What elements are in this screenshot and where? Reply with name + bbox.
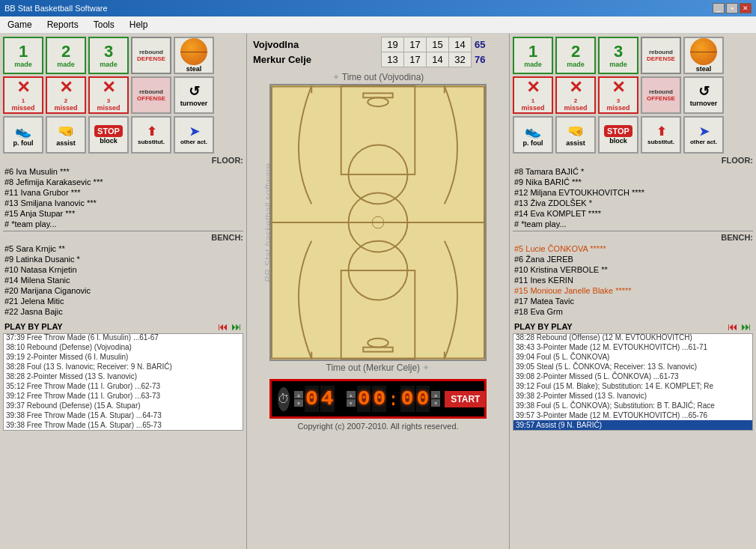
right-assist-button[interactable]: 🤜 assist <box>555 116 596 154</box>
left-pbp-list[interactable]: 37:14 Free Throw Made (13 S. Ivanovic) .… <box>3 333 243 431</box>
left-substitution-button[interactable]: ⬆ substitut. <box>131 116 171 154</box>
right-made-2-button[interactable]: 2 made <box>555 37 596 74</box>
left-pbp-item[interactable]: 35:12 Free Throw Made (11 I. Grubor) ...… <box>4 381 243 391</box>
left-turnover-button[interactable]: ↺ turnover <box>174 76 214 114</box>
right-missed-2-button[interactable]: ✕ 2 missed <box>555 76 596 114</box>
right-floor-player[interactable]: #9 Nika BARIĆ *** <box>513 177 753 187</box>
right-pbp-item[interactable]: 39:12 Foul (15 M. Blake); Substitution: … <box>513 381 752 391</box>
right-pbp-item[interactable]: 39:57 3-Pointer Made (12 M. EVTOUKHOVITC… <box>513 410 752 420</box>
quarter-down-button[interactable]: ▼ <box>294 399 303 407</box>
menu-game[interactable]: Game <box>3 18 37 31</box>
left-missed-3-button[interactable]: ✕ 3 missed <box>88 76 129 114</box>
menu-help[interactable]: Help <box>125 18 153 31</box>
start-button[interactable]: START <box>445 391 486 407</box>
left-pbp-item[interactable]: 38:28 2-Pointer Missed (13 S. Ivanovic) <box>4 371 243 381</box>
right-missed-3-button[interactable]: ✕ 3 missed <box>598 76 638 114</box>
left-block-button[interactable]: STOP block <box>88 116 129 154</box>
time-down-1-button[interactable]: ▼ <box>347 399 356 407</box>
right-bench-player[interactable]: #18 Eva Grm <box>513 306 753 317</box>
right-other-action-button[interactable]: ➤ other act. <box>683 116 724 154</box>
right-bench-player[interactable]: #5 Lucie ČONKOVA ***** <box>513 243 753 254</box>
time-down-2-button[interactable]: ▼ <box>431 399 440 407</box>
right-steal-button[interactable]: steal <box>683 37 724 74</box>
time-up-2-button[interactable]: ▲ <box>431 391 440 398</box>
left-pbp-item[interactable]: 37:39 Free Throw Made (6 I. Musulin) ...… <box>4 333 243 342</box>
left-rebound-off-button[interactable]: rebound OFFENSE <box>131 76 171 114</box>
title-bar-title: BB Stat Basketball Software <box>4 4 108 13</box>
left-floor-player[interactable]: #8 Jefimija Karakasevic *** <box>3 177 243 187</box>
right-pbp-item[interactable]: 39:05 Steal (5 L. ČONKOVA; Receiver: 13 … <box>513 362 752 371</box>
maximize-button[interactable]: ▪ <box>726 3 738 13</box>
right-turnover-button[interactable]: ↺ turnover <box>683 76 724 114</box>
left-pbp-icon-1[interactable]: ⏮ <box>218 321 228 333</box>
right-missed-1-button[interactable]: ✕ 1 missed <box>513 76 553 114</box>
left-made-1-button[interactable]: 1 made <box>3 37 43 74</box>
right-pbp-item[interactable]: 39:38 2-Pointer Missed (13 S. Ivanovic) <box>513 391 752 401</box>
menu-bar: Game Reports Tools Help <box>0 16 756 34</box>
right-pbp-icon-2[interactable]: ⏭ <box>741 321 752 333</box>
right-pbp-item[interactable]: 39:38 Foul (5 L. ČONKOVA); Substitution:… <box>513 401 752 410</box>
right-pbp-item[interactable]: 39:08 2-Pointer Missed (5 L. ČONKOVA) ..… <box>513 371 752 381</box>
left-bench-player[interactable]: #5 Sara Krnjic ** <box>3 243 243 254</box>
right-rebound-off-button[interactable]: rebound OFFENSE <box>641 76 681 114</box>
right-floor-player[interactable]: #13 Živa ZDOLŠEK * <box>513 198 753 208</box>
right-pbp-icon-1[interactable]: ⏮ <box>728 321 738 333</box>
left-pbp-item[interactable]: 39:37 Rebound (Defense) (15 A. Stupar) <box>4 401 243 410</box>
left-floor-player[interactable]: #13 Smiljana Ivanovic *** <box>3 198 243 208</box>
right-block-button[interactable]: STOP block <box>598 116 638 154</box>
left-missed-2-button[interactable]: ✕ 2 missed <box>46 76 86 114</box>
left-rebound-def-button[interactable]: rebound DEFENSE <box>131 37 171 74</box>
left-pbp-item[interactable]: 39:19 2-Pointer Missed (6 I. Musulin) <box>4 352 243 362</box>
left-made-2-button[interactable]: 2 made <box>46 37 86 74</box>
left-pbp-icon-2[interactable]: ⏭ <box>231 321 242 333</box>
quarter-up-button[interactable]: ▲ <box>294 391 303 398</box>
right-substitution-button[interactable]: ⬆ substitut. <box>641 116 681 154</box>
right-bench-player[interactable]: #10 Kristina VERBOLE ** <box>513 264 753 275</box>
right-floor-player[interactable]: # *team play... <box>513 219 753 229</box>
left-other-action-button[interactable]: ➤ other act. <box>174 116 214 154</box>
minimize-button[interactable]: _ <box>713 3 725 13</box>
left-bench-player[interactable]: #10 Natasa Krnjetin <box>3 264 243 275</box>
right-pbp-item[interactable]: 38:28 Rebound (Offense) (12 M. EVTOUKHOV… <box>513 333 752 342</box>
left-floor-player[interactable]: #6 Iva Musulin *** <box>3 166 243 177</box>
right-floor-player[interactable]: #12 Miljana EVTOUKHOVITCH **** <box>513 187 753 198</box>
right-pbp-item[interactable]: 38:43 3-Pointer Made (12 M. EVTOUKHOVITC… <box>513 342 752 352</box>
left-pbp-item[interactable]: 38:10 Rebound (Defense) (Vojvodina) <box>4 342 243 352</box>
right-rebound-def-button[interactable]: rebound DEFENSE <box>641 37 681 74</box>
left-bench-player[interactable]: #14 Milena Stanic <box>3 275 243 285</box>
left-missed-1-button[interactable]: ✕ 1 missed <box>3 76 43 114</box>
right-floor-player[interactable]: #8 Tamara BAJIĆ * <box>513 166 753 177</box>
left-bench-player[interactable]: #20 Marijana Ciganovic <box>3 285 243 296</box>
left-pbp-item[interactable]: 39:38 Free Throw Made (15 A. Stupar) ...… <box>4 420 243 430</box>
team1-q4: 14 <box>448 37 471 52</box>
right-made-3-button[interactable]: 3 made <box>598 37 638 74</box>
left-floor-player[interactable]: # *team play... <box>3 219 243 229</box>
left-bench-player[interactable]: #9 Latinka Dusanic * <box>3 254 243 264</box>
menu-tools[interactable]: Tools <box>89 18 119 31</box>
right-floor-player[interactable]: #14 Eva KOMPLET **** <box>513 208 753 219</box>
left-pbp-item[interactable]: 39:38 Free Throw Made (15 A. Stupar) ...… <box>4 410 243 420</box>
left-floor-player[interactable]: #11 Ivana Grubor *** <box>3 187 243 198</box>
right-pbp-item[interactable]: 39:04 Foul (5 L. ČONKOVA) <box>513 352 752 362</box>
right-pbp-item[interactable]: 39:57 Assist (9 N. BARIĆ) <box>513 420 752 430</box>
left-steal-button[interactable]: steal <box>174 37 214 74</box>
right-action-row-1: 1 made 2 made 3 made rebound DEFENSE ste… <box>513 37 753 74</box>
left-pfoul-button[interactable]: 👟 p. foul <box>3 116 43 154</box>
left-pbp-item[interactable]: 39:12 Free Throw Made (11 I. Grubor) ...… <box>4 391 243 401</box>
right-bench-player[interactable]: #6 Žana JEREB <box>513 254 753 264</box>
left-bench-player[interactable]: #21 Jelena Mitic <box>3 296 243 306</box>
left-assist-button[interactable]: 🤜 assist <box>46 116 86 154</box>
left-floor-player[interactable]: #15 Anja Stupar *** <box>3 208 243 219</box>
left-bench-player[interactable]: #22 Jasna Bajic <box>3 306 243 317</box>
right-bench-player[interactable]: #15 Monioue Janelle Blake ***** <box>513 285 753 296</box>
close-button[interactable]: ✕ <box>740 3 752 13</box>
left-made-3-button[interactable]: 3 made <box>88 37 129 74</box>
right-made-1-button[interactable]: 1 made <box>513 37 553 74</box>
right-bench-player[interactable]: #17 Matea Tavic <box>513 296 753 306</box>
time-up-1-button[interactable]: ▲ <box>347 391 356 398</box>
right-pfoul-button[interactable]: 👟 p. foul <box>513 116 553 154</box>
right-pbp-list[interactable]: 38:28 Free Throw Made (9 N. BARIĆ) ...61… <box>513 333 753 431</box>
menu-reports[interactable]: Reports <box>43 18 83 31</box>
left-pbp-item[interactable]: 38:28 Foul (13 S. Ivanovic; Receiver: 9 … <box>4 362 243 371</box>
right-bench-player[interactable]: #11 Ines KERIN <box>513 275 753 285</box>
